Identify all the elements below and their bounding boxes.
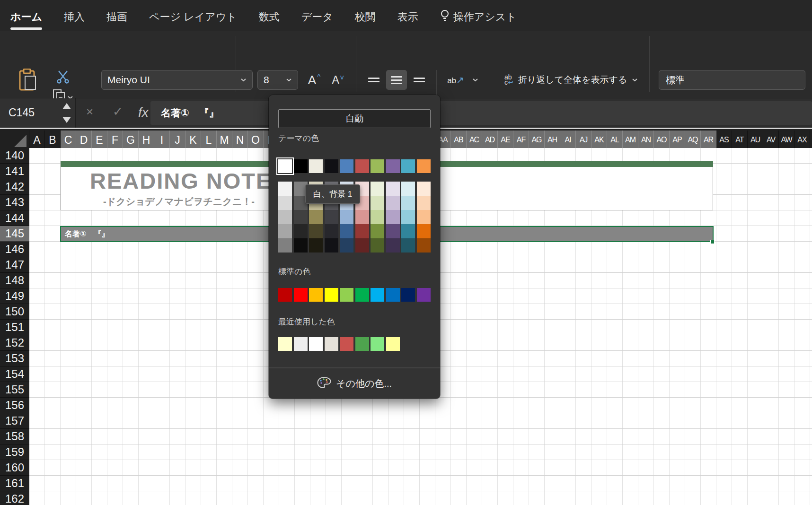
standard-color-swatch-5[interactable] (355, 288, 369, 302)
tab-6[interactable]: 校閲 (355, 10, 376, 24)
theme-variant-swatch-0-1[interactable] (278, 196, 292, 210)
column-header-AJ[interactable]: AJ (576, 131, 591, 149)
column-header-AD[interactable]: AD (482, 131, 498, 149)
stepper-up-icon[interactable] (62, 103, 71, 109)
theme-variant-swatch-7-2[interactable] (386, 210, 400, 224)
tab-3[interactable]: ページ レイアウト (149, 10, 237, 24)
row-header-143[interactable]: 143 (0, 195, 29, 210)
column-header-AI[interactable]: AI (560, 131, 576, 149)
column-header-F[interactable]: F (107, 131, 123, 149)
column-header-AT[interactable]: AT (732, 131, 748, 149)
theme-variant-swatch-2-4[interactable] (309, 238, 323, 252)
column-header-AU[interactable]: AU (748, 131, 763, 149)
tab-4[interactable]: 数式 (259, 10, 280, 24)
wrap-text-button[interactable]: abc↩ 折り返して全体を表示する (501, 70, 648, 90)
font-name-select[interactable]: Meiryo UI (101, 70, 253, 90)
column-header-AV[interactable]: AV (763, 131, 779, 149)
align-top-button[interactable] (363, 70, 384, 90)
theme-variant-swatch-6-2[interactable] (371, 210, 384, 224)
cut-button[interactable] (52, 68, 74, 87)
theme-variant-swatch-1-2[interactable] (294, 210, 308, 224)
row-header-140[interactable]: 140 (0, 148, 29, 164)
theme-variant-swatch-2-2[interactable] (309, 210, 323, 224)
column-header-AP[interactable]: AP (670, 131, 685, 149)
row-header-154[interactable]: 154 (0, 366, 29, 382)
more-colors-button[interactable]: その他の色... (278, 373, 431, 394)
column-header-AK[interactable]: AK (591, 131, 607, 149)
column-header-G[interactable]: G (123, 131, 139, 149)
standard-color-swatch-8[interactable] (401, 288, 415, 302)
theme-color-swatch-9[interactable] (417, 159, 431, 173)
standard-color-swatch-0[interactable] (278, 288, 292, 302)
automatic-color-button[interactable]: 自動 (278, 109, 431, 128)
column-header-AC[interactable]: AC (467, 131, 482, 149)
row-header-161[interactable]: 161 (0, 476, 29, 491)
theme-color-swatch-5[interactable] (355, 159, 369, 173)
column-header-A[interactable]: A (29, 131, 45, 149)
recent-color-swatch-7[interactable] (386, 337, 400, 351)
column-header-C[interactable]: C (61, 131, 76, 149)
theme-variant-swatch-6-3[interactable] (371, 224, 384, 238)
column-header-AM[interactable]: AM (623, 131, 638, 149)
row-header-155[interactable]: 155 (0, 382, 29, 398)
standard-color-swatch-7[interactable] (386, 288, 400, 302)
theme-variant-swatch-6-4[interactable] (371, 238, 384, 252)
column-header-N[interactable]: N (232, 131, 248, 149)
column-header-B[interactable]: B (45, 131, 61, 149)
column-header-AW[interactable]: AW (779, 131, 794, 149)
theme-color-swatch-1[interactable] (294, 159, 308, 173)
tab-home[interactable]: ホーム (10, 10, 42, 24)
theme-color-swatch-3[interactable] (325, 159, 338, 173)
theme-color-swatch-0[interactable] (278, 159, 292, 173)
row-header-153[interactable]: 153 (0, 351, 29, 366)
theme-variant-swatch-1-3[interactable] (294, 224, 308, 238)
row-header-150[interactable]: 150 (0, 304, 29, 320)
row-header-151[interactable]: 151 (0, 320, 29, 335)
theme-variant-swatch-3-2[interactable] (325, 210, 338, 224)
theme-variant-swatch-9-1[interactable] (417, 196, 431, 210)
standard-color-swatch-4[interactable] (340, 288, 353, 302)
row-header-160[interactable]: 160 (0, 460, 29, 476)
theme-variant-swatch-0-3[interactable] (278, 224, 292, 238)
theme-variant-swatch-0-2[interactable] (278, 210, 292, 224)
theme-variant-swatch-8-1[interactable] (401, 196, 415, 210)
column-header-M[interactable]: M (217, 131, 232, 149)
theme-variant-swatch-9-3[interactable] (417, 224, 431, 238)
name-box[interactable]: C145 (0, 98, 76, 128)
theme-color-swatch-2[interactable] (309, 159, 323, 173)
theme-variant-swatch-7-3[interactable] (386, 224, 400, 238)
increase-font-size-button[interactable]: A^ (304, 70, 325, 90)
column-header-D[interactable]: D (76, 131, 92, 149)
row-header-144[interactable]: 144 (0, 210, 29, 226)
cancel-button[interactable]: × (86, 104, 93, 119)
theme-variant-swatch-1-4[interactable] (294, 238, 308, 252)
theme-color-swatch-6[interactable] (371, 159, 384, 173)
column-header-AL[interactable]: AL (607, 131, 623, 149)
recent-color-swatch-1[interactable] (294, 337, 308, 351)
column-header-AF[interactable]: AF (513, 131, 529, 149)
insert-function-button[interactable]: fx (138, 104, 149, 120)
theme-variant-swatch-8-2[interactable] (401, 210, 415, 224)
row-header-147[interactable]: 147 (0, 257, 29, 273)
theme-variant-swatch-7-1[interactable] (386, 196, 400, 210)
theme-variant-swatch-3-3[interactable] (325, 224, 338, 238)
column-header-AR[interactable]: AR (701, 131, 716, 149)
column-header-AB[interactable]: AB (451, 131, 467, 149)
theme-variant-swatch-5-4[interactable] (355, 238, 369, 252)
column-header-L[interactable]: L (201, 131, 217, 149)
number-format-select[interactable]: 標準 (659, 70, 805, 90)
orientation-dropdown[interactable] (469, 70, 481, 90)
theme-variant-swatch-9-4[interactable] (417, 238, 431, 252)
row-header-158[interactable]: 158 (0, 429, 29, 444)
row-header-162[interactable]: 162 (0, 491, 29, 505)
row-header-145[interactable]: 145 (0, 226, 29, 242)
theme-variant-swatch-5-2[interactable] (355, 210, 369, 224)
theme-variant-swatch-4-4[interactable] (340, 238, 353, 252)
row-header-142[interactable]: 142 (0, 179, 29, 195)
theme-color-swatch-8[interactable] (401, 159, 415, 173)
recent-color-swatch-5[interactable] (355, 337, 369, 351)
font-size-select[interactable]: 8 (257, 70, 298, 90)
tab-7[interactable]: 表示 (397, 10, 418, 24)
standard-color-swatch-3[interactable] (325, 288, 338, 302)
theme-variant-swatch-0-0[interactable] (278, 182, 292, 196)
